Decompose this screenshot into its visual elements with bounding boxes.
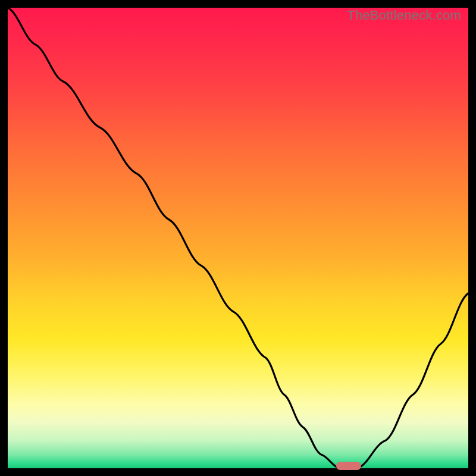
optimal-point-marker (336, 462, 361, 470)
watermark-text: TheBottleneck.com (347, 8, 461, 23)
bottleneck-curve (8, 8, 468, 468)
curve-path (8, 8, 468, 468)
chart-frame: TheBottleneck.com (0, 0, 476, 476)
chart-plot-area: TheBottleneck.com (8, 8, 468, 468)
